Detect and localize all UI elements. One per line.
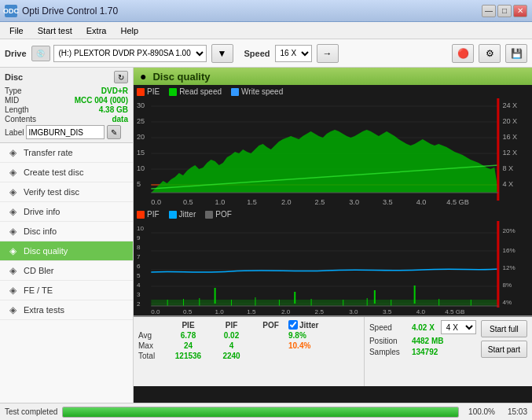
extra-tests-icon: ◈ bbox=[6, 304, 19, 315]
speed-label: Speed bbox=[244, 49, 270, 58]
jitter-checkbox[interactable] bbox=[288, 320, 298, 330]
svg-text:0.5: 0.5 bbox=[183, 198, 193, 206]
chart2-svg: 10 9 8 7 6 5 4 3 2 20% 16% 12% 8% 4% bbox=[135, 221, 530, 315]
drive-info-icon: ◈ bbox=[6, 206, 19, 217]
speed-apply-button[interactable]: → bbox=[317, 44, 339, 63]
sidebar-item-fe-te[interactable]: ◈ FE / TE bbox=[0, 281, 133, 300]
chart1-legend: PIE Read speed Write speed bbox=[134, 85, 532, 98]
sidebar-item-label: Drive info bbox=[24, 207, 60, 216]
sidebar-item-drive-info[interactable]: ◈ Drive info bbox=[0, 202, 133, 222]
mid-label: MID bbox=[5, 96, 19, 105]
start-part-button[interactable]: Start part bbox=[481, 341, 527, 358]
samples-value: 134792 bbox=[412, 348, 438, 356]
close-button[interactable]: ✕ bbox=[513, 5, 527, 17]
svg-rect-59 bbox=[183, 299, 184, 306]
transfer-rate-icon: ◈ bbox=[6, 147, 19, 158]
pof-color-dot bbox=[205, 211, 213, 219]
status-text: Test completed bbox=[5, 407, 57, 416]
svg-rect-69 bbox=[471, 300, 471, 306]
svg-text:6: 6 bbox=[137, 263, 141, 270]
sidebar-item-cd-bler[interactable]: ◈ CD Bler bbox=[0, 261, 133, 281]
sidebar-item-disc-info[interactable]: ◈ Disc info bbox=[0, 222, 133, 241]
drive-dropdown[interactable]: (H:) PLEXTOR DVDR PX-890SA 1.00 bbox=[53, 45, 207, 62]
svg-text:25: 25 bbox=[137, 117, 145, 125]
menu-start-test[interactable]: Start test bbox=[31, 24, 79, 37]
svg-text:2.5: 2.5 bbox=[315, 308, 325, 315]
disc-panel-title: Disc bbox=[5, 72, 23, 82]
menu-extra[interactable]: Extra bbox=[80, 24, 113, 37]
svg-text:4: 4 bbox=[137, 282, 141, 289]
sidebar-item-create-test-disc[interactable]: ◈ Create test disc bbox=[0, 163, 133, 182]
start-full-button[interactable]: Start full bbox=[481, 320, 527, 337]
legend-jitter: Jitter bbox=[169, 210, 196, 219]
svg-text:20%: 20% bbox=[502, 227, 515, 234]
chart2-legend: PIF Jitter POF bbox=[134, 208, 532, 221]
drive-refresh-button[interactable]: ▼ bbox=[211, 44, 233, 63]
chart1-svg: 30 25 20 15 10 5 24 X 20 X 16 X 12 X 8 X… bbox=[135, 98, 530, 208]
verify-test-disc-icon: ◈ bbox=[6, 186, 19, 197]
svg-text:0.0: 0.0 bbox=[151, 198, 161, 206]
svg-rect-64 bbox=[311, 299, 312, 306]
sidebar-item-label: Create test disc bbox=[24, 168, 83, 177]
window-controls: — □ ✕ bbox=[482, 5, 527, 17]
speed-info-label: Speed bbox=[369, 323, 409, 332]
sidebar-item-label: Verify test disc bbox=[24, 187, 79, 197]
type-label: Type bbox=[5, 87, 22, 95]
disc-quality-header: ● Disc quality bbox=[134, 68, 532, 85]
drive-label: Drive bbox=[5, 49, 27, 58]
pie-color-dot bbox=[137, 88, 145, 96]
svg-text:7: 7 bbox=[137, 253, 141, 260]
settings-button[interactable]: ⚙ bbox=[479, 44, 501, 63]
drive-icon: 💿 bbox=[31, 46, 50, 61]
menu-file[interactable]: File bbox=[3, 24, 30, 37]
sidebar-item-disc-quality[interactable]: ◈ Disc quality bbox=[0, 241, 133, 261]
sidebar-item-label: CD Bler bbox=[24, 266, 54, 275]
stats-header-pof: POF bbox=[253, 321, 288, 330]
legend-pof: POF bbox=[205, 210, 232, 219]
label-edit-button[interactable]: ✎ bbox=[107, 125, 121, 139]
disc-refresh-button[interactable]: ↻ bbox=[114, 71, 128, 83]
svg-text:4%: 4% bbox=[502, 299, 512, 306]
total-pie: 121536 bbox=[167, 352, 210, 360]
svg-text:8%: 8% bbox=[502, 282, 512, 289]
svg-rect-61 bbox=[231, 300, 232, 306]
speed-dropdown[interactable]: 4 X8 X12 X16 XMax bbox=[275, 45, 312, 62]
label-input[interactable] bbox=[26, 125, 105, 139]
length-value: 4.38 GB bbox=[99, 105, 128, 114]
svg-rect-68 bbox=[438, 299, 439, 306]
contents-label: Contents bbox=[5, 115, 36, 123]
svg-text:1.0: 1.0 bbox=[215, 198, 226, 206]
samples-label: Samples bbox=[369, 348, 409, 356]
minimize-button[interactable]: — bbox=[482, 5, 496, 17]
svg-text:0.0: 0.0 bbox=[151, 308, 160, 315]
app-icon: ODC bbox=[5, 5, 17, 17]
sidebar-item-label: FE / TE bbox=[24, 286, 53, 295]
sidebar-item-transfer-rate[interactable]: ◈ Transfer rate bbox=[0, 143, 133, 163]
svg-rect-62 bbox=[255, 297, 255, 306]
jitter-color-dot bbox=[169, 211, 177, 219]
erase-button[interactable]: 🔴 bbox=[452, 44, 474, 63]
sidebar-item-label: Disc quality bbox=[24, 246, 68, 256]
chart1-container: 30 25 20 15 10 5 24 X 20 X 16 X 12 X 8 X… bbox=[135, 98, 530, 208]
menu-bar: File Start test Extra Help bbox=[0, 22, 532, 39]
max-jitter: 10.4% bbox=[288, 341, 310, 350]
svg-text:1.0: 1.0 bbox=[215, 308, 225, 315]
svg-text:20: 20 bbox=[137, 133, 145, 141]
sidebar-item-verify-test-disc[interactable]: ◈ Verify test disc bbox=[0, 182, 133, 202]
save-button[interactable]: 💾 bbox=[505, 44, 527, 63]
speed-chart-select[interactable]: 4 X8 XMax bbox=[441, 320, 476, 334]
status-bar: Test completed 100.0% 15:03 bbox=[0, 403, 532, 420]
svg-text:3.5: 3.5 bbox=[383, 198, 393, 206]
svg-text:12%: 12% bbox=[502, 264, 515, 271]
stats-main: PIE PIF POF Jitter Avg 6.78 0.02 9.8% bbox=[134, 317, 364, 386]
svg-text:20 X: 20 X bbox=[502, 117, 517, 125]
fe-te-icon: ◈ bbox=[6, 285, 19, 296]
create-test-disc-icon: ◈ bbox=[6, 167, 19, 178]
svg-text:2.5: 2.5 bbox=[315, 198, 325, 206]
bottom-stats-panel: PIE PIF POF Jitter Avg 6.78 0.02 9.8% bbox=[134, 315, 532, 386]
nav-items: ◈ Transfer rate ◈ Create test disc ◈ Ver… bbox=[0, 143, 133, 403]
sidebar-item-extra-tests[interactable]: ◈ Extra tests bbox=[0, 300, 133, 320]
maximize-button[interactable]: □ bbox=[497, 5, 512, 17]
cd-bler-icon: ◈ bbox=[6, 265, 19, 276]
menu-help[interactable]: Help bbox=[114, 24, 145, 37]
